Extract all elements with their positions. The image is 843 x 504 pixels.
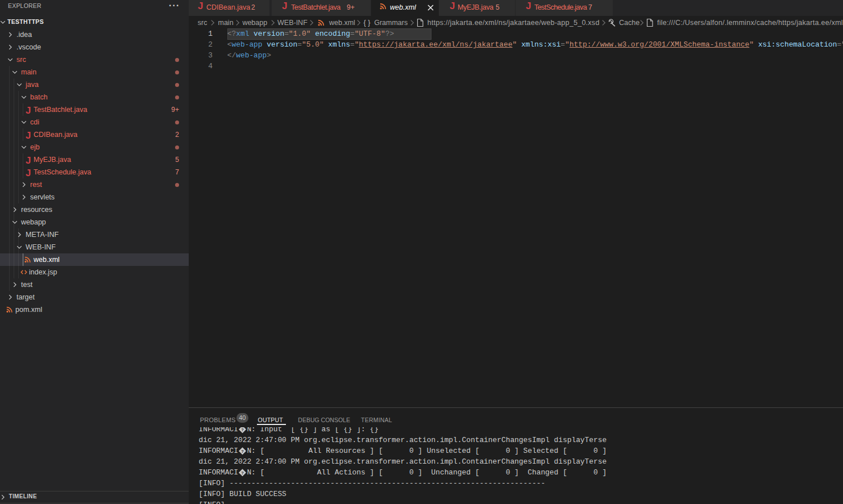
svg-text:?: ? bbox=[241, 427, 244, 432]
svg-text:?: ? bbox=[241, 470, 244, 476]
svg-text:?: ? bbox=[241, 449, 244, 454]
